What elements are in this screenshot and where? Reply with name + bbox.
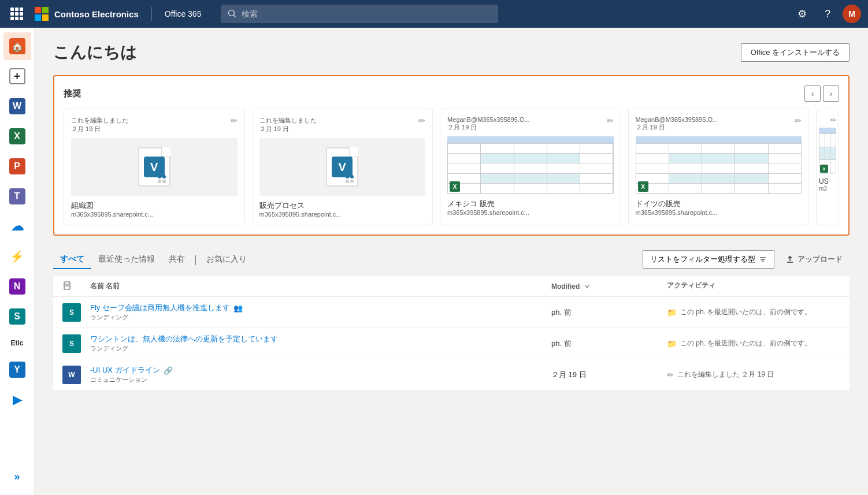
rec-card-1-edit[interactable]: ✏ <box>231 116 238 125</box>
share-icon-1: 👥 <box>233 304 243 312</box>
file-subtitle-3: コミュニケーション <box>90 375 551 384</box>
sidebar-item-add[interactable]: + <box>3 62 31 90</box>
modified-cell-2: ph. 前 <box>551 338 667 349</box>
col-header-modified[interactable]: Modified <box>551 281 667 292</box>
activity-icon-1: 📁 <box>667 308 677 317</box>
home-icon: 🏠 <box>9 38 25 54</box>
rec-card-3-meta: MeganB@M365x395895.O... ２月 19 日 <box>447 116 607 132</box>
rec-card-1[interactable]: これを編集しました ２月 19 日 ✏ V <box>64 109 245 225</box>
rec-card-1-thumb: V <box>71 138 238 196</box>
rec-card-3-footer: メキシコ 販売 m365x395895.sharepoint.c... <box>447 199 614 216</box>
rec-card-3-edit[interactable]: ✏ <box>607 116 614 125</box>
file-icon-cell-3: W <box>62 366 90 384</box>
user-avatar[interactable]: M <box>843 5 861 23</box>
table-row[interactable]: S Fly セーフ会議は商用無人機を推進します 👥 ランディング ph. 前 📁… <box>53 297 850 328</box>
sidebar-item-sharepoint[interactable]: S <box>3 303 31 330</box>
tabs-right: リストをフィルター処理する型 アップロード <box>643 250 850 269</box>
sidebar-item-word[interactable]: W <box>3 92 31 120</box>
svg-rect-0 <box>35 7 41 13</box>
rec-card-3-thumb: X <box>447 136 614 194</box>
tab-all[interactable]: すべて <box>53 250 91 269</box>
rec-card-4-meta: MeganB@M365x395895.O... ２月 19 日 <box>636 116 795 132</box>
sidebar-item-home[interactable]: 🏠 <box>3 32 31 60</box>
table-row[interactable]: S ワシントンは、無人機の法律への更新を予定しています ランディング ph. 前… <box>53 328 850 359</box>
modified-cell-1: ph. 前 <box>551 307 667 318</box>
recommended-header: 推奨 ‹ › <box>64 85 839 102</box>
tab-shared[interactable]: 共有 <box>162 250 192 269</box>
table-row[interactable]: W -UI UX ガイドライン 🔗 コミュニケーション ２月 19 日 ✏ これ… <box>53 359 850 390</box>
rec-card-5-edit[interactable]: ✏ <box>830 116 836 124</box>
rec-card-1-header: これを編集しました ２月 19 日 ✏ <box>71 116 238 133</box>
file-list: 名前 名前 Modified アクティビティ S Fly セーフ会議は商用無人機… <box>53 276 850 390</box>
file-title-3: -UI UX ガイドライン <box>90 365 160 375</box>
rec-card-4-name: ドイツの販売 <box>636 199 802 209</box>
rec-card-1-url: m365x395895.sharepoint.c... <box>71 211 238 218</box>
sidebar-item-more[interactable]: » <box>3 463 31 490</box>
sidebar-item-excel[interactable]: X <box>3 122 31 150</box>
sidebar-item-etic[interactable]: Etic <box>3 333 31 353</box>
activity-icon-2: 📁 <box>667 339 677 348</box>
office365-link[interactable]: Office 365 <box>160 9 206 18</box>
activity-cell-2: 📁 この ph. を最近開いたのは、前の例です。 <box>667 338 840 348</box>
page-title: こんにちは <box>53 42 137 64</box>
carousel-prev[interactable]: ‹ <box>804 85 821 102</box>
rec-card-4-url: m365x395895.sharepoint.c... <box>636 209 802 216</box>
sidebar-item-yammer[interactable]: Y <box>3 356 31 384</box>
col-header-name[interactable]: 名前 名前 <box>90 281 551 292</box>
rec-card-2[interactable]: これを編集しました ２月 19 日 ✏ V <box>252 109 433 225</box>
filter-icon <box>759 255 767 263</box>
rec-card-2-header: これを編集しました ２月 19 日 ✏ <box>259 116 426 133</box>
rec-card-3-header: MeganB@M365x395895.O... ２月 19 日 ✏ <box>447 116 614 132</box>
rec-card-4[interactable]: MeganB@M365x395895.O... ２月 19 日 ✏ <box>628 109 810 225</box>
rec-card-5-url: m3 <box>819 185 836 192</box>
upload-button[interactable]: アップロード <box>779 251 850 268</box>
sidebar-item-onedrive[interactable]: ☁ <box>3 213 31 240</box>
rec-card-2-edit[interactable]: ✏ <box>418 116 425 125</box>
sidebar-item-teams[interactable]: T <box>3 183 31 210</box>
waffle-menu[interactable] <box>7 4 27 24</box>
flow-icon: ▶ <box>9 392 25 408</box>
sidebar-item-powerpoint[interactable]: P <box>3 152 31 180</box>
search-box[interactable] <box>221 5 498 23</box>
install-office-button[interactable]: Office をインストールする <box>741 43 850 62</box>
brand-name: Contoso Electronics <box>54 9 139 19</box>
upload-label: アップロード <box>797 254 843 265</box>
rec-card-2-meta: これを編集しました ２月 19 日 <box>259 116 419 133</box>
rec-card-3-url: m365x395895.sharepoint.c... <box>447 209 614 216</box>
file-name-wrapper-1: Fly セーフ会議は商用無人機を推進します 👥 <box>90 303 551 313</box>
rec-card-3-name: メキシコ 販売 <box>447 199 614 209</box>
sidebar-item-flow[interactable]: ▶ <box>3 386 31 414</box>
rec-card-2-footer: 販売プロセス m365x395895.sharepoint.c... <box>259 200 426 218</box>
rec-card-5-partial[interactable]: ✏ X US m3 <box>816 109 839 225</box>
main-content: こんにちは Office をインストールする 推奨 ‹ › これを編集しました … <box>35 28 868 495</box>
tab-favorites[interactable]: お気に入り <box>199 250 254 269</box>
search-icon <box>228 9 237 18</box>
rec-card-2-url: m365x395895.sharepoint.c... <box>259 211 426 218</box>
tabs-row: すべて 最近使った情報 共有 | お気に入り リストをフィルター処理する型 <box>53 250 850 269</box>
page-header: こんにちは Office をインストールする <box>53 42 850 64</box>
carousel-next[interactable]: › <box>823 85 839 102</box>
sidebar-item-onenote[interactable]: N <box>3 273 31 300</box>
tab-recent[interactable]: 最近使った情報 <box>91 250 162 269</box>
file-type-icon-3: W <box>62 366 81 384</box>
search-input[interactable] <box>242 9 491 18</box>
rec-card-3-user: MeganB@M365x395895.O... <box>447 116 607 123</box>
teams-icon: T <box>9 188 25 204</box>
power-icon: ⚡ <box>9 248 25 265</box>
file-name-cell-1: Fly セーフ会議は商用無人機を推進します 👥 ランディング <box>90 303 551 322</box>
activity-text-2: この ph. を最近開いたのは、前の例です。 <box>680 338 811 348</box>
etic-icon: Etic <box>9 335 25 351</box>
tab-divider: | <box>192 254 199 266</box>
svg-point-4 <box>229 10 235 16</box>
sidebar: 🏠 + W X P T ☁ ⚡ N S Etic Y ▶ » <box>0 28 35 495</box>
filter-button[interactable]: リストをフィルター処理する型 <box>643 250 774 269</box>
rec-card-4-thumb: X <box>636 136 802 194</box>
rec-card-4-edit[interactable]: ✏ <box>795 116 802 125</box>
settings-button[interactable]: ⚙ <box>792 3 813 24</box>
sidebar-item-power[interactable]: ⚡ <box>3 243 31 270</box>
share-icon-3: 🔗 <box>164 366 173 375</box>
file-name-wrapper-2: ワシントンは、無人機の法律への更新を予定しています <box>90 334 551 344</box>
rec-card-3[interactable]: MeganB@M365x395895.O... ２月 19 日 ✏ <box>440 109 621 225</box>
help-button[interactable]: ? <box>817 3 838 24</box>
filter-label: リストをフィルター処理する型 <box>650 254 755 265</box>
